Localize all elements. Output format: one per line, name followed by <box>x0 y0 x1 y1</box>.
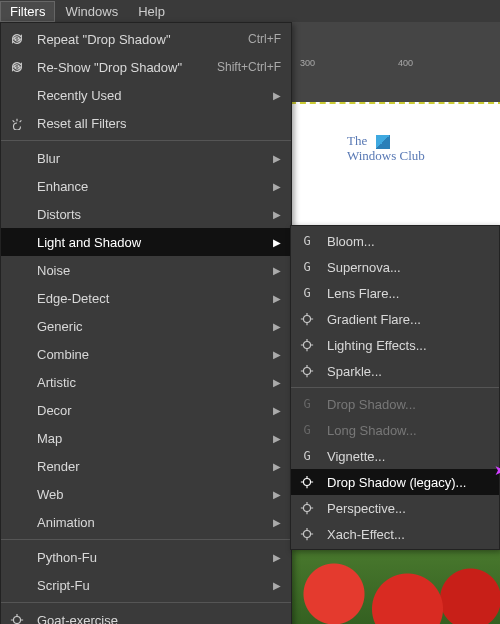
menuitem-reset-filters[interactable]: Reset all Filters <box>1 109 291 137</box>
repeat-icon <box>9 59 25 75</box>
blank-icon <box>9 402 25 418</box>
submenu-lighting-effects[interactable]: Lighting Effects... <box>291 332 499 358</box>
menuitem-label: Long Shadow... <box>327 423 489 438</box>
blank-icon <box>9 486 25 502</box>
menuitem-edge-detect[interactable]: Edge-Detect▶ <box>1 284 291 312</box>
menuitem-label: Edge-Detect <box>37 291 267 306</box>
menuitem-animation[interactable]: Animation▶ <box>1 508 291 536</box>
ruler-tick: 300 <box>300 58 315 68</box>
watermark-line1: The <box>347 133 367 148</box>
gegl-icon: G <box>299 259 315 275</box>
submenu-xach-effect[interactable]: Xach-Effect... <box>291 521 499 547</box>
filters-menu: Repeat "Drop Shadow" Ctrl+F Re-Show "Dro… <box>0 22 292 624</box>
menuitem-label: Drop Shadow (legacy)... <box>327 475 489 490</box>
submenu-supernova[interactable]: GSupernova... <box>291 254 499 280</box>
svg-point-3 <box>304 368 311 375</box>
submenu-lens-flare[interactable]: GLens Flare... <box>291 280 499 306</box>
menu-windows[interactable]: Windows <box>55 1 128 22</box>
submenu-arrow-icon: ▶ <box>273 237 281 248</box>
menuitem-blur[interactable]: Blur▶ <box>1 144 291 172</box>
plugin-icon <box>299 500 315 516</box>
menuitem-artistic[interactable]: Artistic▶ <box>1 368 291 396</box>
svg-point-2 <box>304 342 311 349</box>
canvas-image <box>292 544 500 624</box>
submenu-arrow-icon: ▶ <box>273 433 281 444</box>
menuitem-shortcut: Ctrl+F <box>248 32 281 46</box>
blank-icon <box>9 458 25 474</box>
watermark-logo-icon <box>376 135 390 149</box>
menuitem-label: Map <box>37 431 267 446</box>
watermark-line2: Windows Club <box>347 148 425 163</box>
separator <box>1 602 291 603</box>
submenu-arrow-icon: ▶ <box>273 349 281 360</box>
menuitem-goat-exercise[interactable]: Goat-exercise <box>1 606 291 624</box>
menuitem-generic[interactable]: Generic▶ <box>1 312 291 340</box>
submenu-drop-shadow-legacy[interactable]: Drop Shadow (legacy)... <box>291 469 499 495</box>
menuitem-label: Web <box>37 487 267 502</box>
blank-icon <box>9 87 25 103</box>
menuitem-enhance[interactable]: Enhance▶ <box>1 172 291 200</box>
blank-icon <box>9 430 25 446</box>
menuitem-label: Lighting Effects... <box>327 338 489 353</box>
menuitem-render[interactable]: Render▶ <box>1 452 291 480</box>
menuitem-label: Artistic <box>37 375 267 390</box>
menuitem-light-and-shadow[interactable]: Light and Shadow▶ <box>1 228 291 256</box>
gegl-icon: G <box>299 233 315 249</box>
submenu-perspective[interactable]: Perspective... <box>291 495 499 521</box>
menu-filters[interactable]: Filters <box>0 1 55 22</box>
menuitem-distorts[interactable]: Distorts▶ <box>1 200 291 228</box>
gegl-icon: G <box>299 448 315 464</box>
menuitem-label: Re-Show "Drop Shadow" <box>37 60 217 75</box>
menuitem-noise[interactable]: Noise▶ <box>1 256 291 284</box>
blank-icon <box>9 234 25 250</box>
menuitem-label: Blur <box>37 151 267 166</box>
menuitem-label: Reset all Filters <box>37 116 281 131</box>
submenu-bloom[interactable]: GBloom... <box>291 228 499 254</box>
blank-icon <box>9 150 25 166</box>
blank-icon <box>9 514 25 530</box>
menuitem-reshow[interactable]: Re-Show "Drop Shadow" Shift+Ctrl+F <box>1 53 291 81</box>
menuitem-repeat[interactable]: Repeat "Drop Shadow" Ctrl+F <box>1 25 291 53</box>
menuitem-label: Lens Flare... <box>327 286 489 301</box>
menuitem-combine[interactable]: Combine▶ <box>1 340 291 368</box>
menuitem-label: Vignette... <box>327 449 489 464</box>
submenu-arrow-icon: ▶ <box>273 321 281 332</box>
blank-icon <box>9 346 25 362</box>
submenu-arrow-icon: ▶ <box>273 265 281 276</box>
menu-help[interactable]: Help <box>128 1 175 22</box>
mouse-cursor-icon: ➤ <box>494 462 500 478</box>
gegl-icon: G <box>299 422 315 438</box>
plugin-icon <box>299 311 315 327</box>
menuitem-label: Drop Shadow... <box>327 397 489 412</box>
blank-icon <box>9 262 25 278</box>
menuitem-decor[interactable]: Decor▶ <box>1 396 291 424</box>
menuitem-shortcut: Shift+Ctrl+F <box>217 60 281 74</box>
menuitem-map[interactable]: Map▶ <box>1 424 291 452</box>
svg-point-1 <box>304 316 311 323</box>
menuitem-label: Sparkle... <box>327 364 489 379</box>
blank-icon <box>9 374 25 390</box>
menuitem-recently-used[interactable]: Recently Used ▶ <box>1 81 291 109</box>
menuitem-label: Generic <box>37 319 267 334</box>
menuitem-label: Render <box>37 459 267 474</box>
submenu-drop-shadow: GDrop Shadow... <box>291 391 499 417</box>
menuitem-label: Distorts <box>37 207 267 222</box>
submenu-arrow-icon: ▶ <box>273 405 281 416</box>
separator <box>1 140 291 141</box>
menuitem-web[interactable]: Web▶ <box>1 480 291 508</box>
submenu-arrow-icon: ▶ <box>273 461 281 472</box>
submenu-long-shadow: GLong Shadow... <box>291 417 499 443</box>
submenu-vignette[interactable]: GVignette... <box>291 443 499 469</box>
separator <box>1 539 291 540</box>
ruler-tick: 400 <box>398 58 413 68</box>
blank-icon <box>9 549 25 565</box>
submenu-sparkle[interactable]: Sparkle... <box>291 358 499 384</box>
light-shadow-submenu: GBloom... GSupernova... GLens Flare... G… <box>290 225 500 550</box>
menuitem-python-fu[interactable]: Python-Fu▶ <box>1 543 291 571</box>
submenu-arrow-icon: ▶ <box>273 90 281 101</box>
menuitem-label: Gradient Flare... <box>327 312 489 327</box>
submenu-arrow-icon: ▶ <box>273 552 281 563</box>
menuitem-script-fu[interactable]: Script-Fu▶ <box>1 571 291 599</box>
menuitem-label: Script-Fu <box>37 578 267 593</box>
submenu-gradient-flare[interactable]: Gradient Flare... <box>291 306 499 332</box>
